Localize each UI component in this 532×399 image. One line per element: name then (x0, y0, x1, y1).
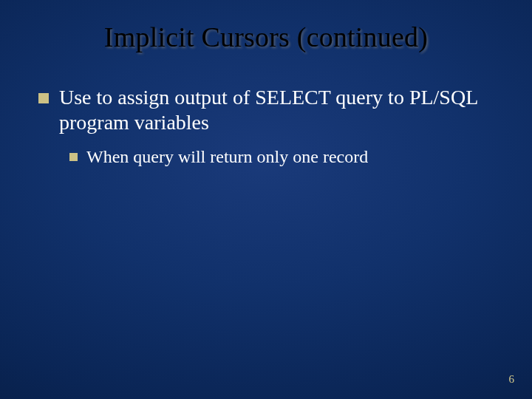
bullet-level-2: When query will return only one record (69, 146, 494, 168)
bullet-level-1-text: Use to assign output of SELECT query to … (59, 85, 494, 135)
bullet-square-icon (69, 153, 78, 161)
slide-body: Use to assign output of SELECT query to … (38, 85, 494, 168)
bullet-level-1: Use to assign output of SELECT query to … (38, 85, 494, 135)
slide-title: Implicit Cursors (continued) (0, 21, 532, 53)
page-number: 6 (509, 373, 515, 386)
bullet-level-2-text: When query will return only one record (86, 146, 368, 168)
bullet-square-icon (38, 93, 49, 103)
slide: Implicit Cursors (continued) Use to assi… (0, 0, 532, 399)
